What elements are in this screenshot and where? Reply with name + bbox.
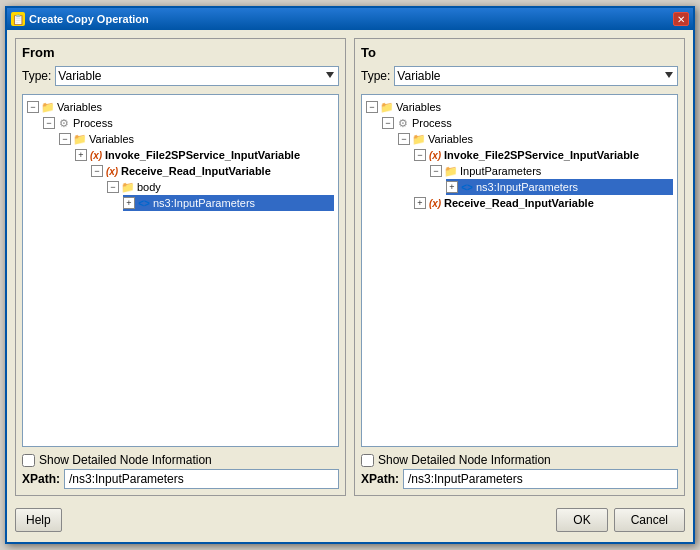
footer-row: Help OK Cancel: [15, 504, 685, 534]
to-type-label: Type:: [361, 69, 390, 83]
folder-icon: 📁: [412, 132, 426, 146]
panels-row: From Type: Variable − 📁 Variables: [15, 38, 685, 496]
tree-row[interactable]: − 📁 Variables: [59, 131, 334, 147]
toggle-body[interactable]: −: [107, 181, 119, 193]
from-show-detail-checkbox[interactable]: [22, 454, 35, 467]
tree-row[interactable]: − 📁 Variables: [366, 99, 673, 115]
to-type-row: Type: Variable: [361, 66, 678, 86]
toggle-variables3[interactable]: −: [398, 133, 410, 145]
folder-icon: 📁: [121, 180, 135, 194]
tree-label: Receive_Read_InputVariable: [121, 165, 271, 177]
tree-node: − 📁 Variables − ⚙ Process: [366, 99, 673, 211]
tree-row[interactable]: + (x) Receive_Read_InputVariable: [414, 195, 673, 211]
toggle-invoke2[interactable]: −: [414, 149, 426, 161]
from-show-detail-label: Show Detailed Node Information: [39, 453, 212, 467]
tree-row-selected[interactable]: + <> ns3:InputParameters: [123, 195, 334, 211]
to-show-detail-checkbox[interactable]: [361, 454, 374, 467]
titlebar: 📋 Create Copy Operation ✕: [7, 8, 693, 30]
to-xpath-input[interactable]: [403, 469, 678, 489]
to-checkbox-row: Show Detailed Node Information: [361, 453, 678, 467]
to-type-select[interactable]: Variable: [394, 66, 678, 86]
from-type-select[interactable]: Variable: [55, 66, 339, 86]
from-xpath-input[interactable]: [64, 469, 339, 489]
help-button[interactable]: Help: [15, 508, 62, 532]
tree-node: − ⚙ Process − 📁 Variables: [27, 115, 334, 211]
tree-row[interactable]: − 📁 body: [107, 179, 334, 195]
tree-node: + <> ns3:InputParameters: [430, 179, 673, 195]
gear-icon: ⚙: [57, 116, 71, 130]
tree-row-selected[interactable]: + <> ns3:InputParameters: [446, 179, 673, 195]
to-panel-title: To: [361, 45, 678, 60]
var-icon: (x): [428, 196, 442, 210]
ok-button[interactable]: OK: [556, 508, 607, 532]
tree-row[interactable]: − (x) Invoke_File2SPService_InputVariabl…: [414, 147, 673, 163]
tree-label: body: [137, 181, 161, 193]
to-bottom-section: Show Detailed Node Information XPath:: [361, 453, 678, 489]
toggle-invoke[interactable]: +: [75, 149, 87, 161]
toggle-variables2[interactable]: −: [59, 133, 71, 145]
close-button[interactable]: ✕: [673, 12, 689, 26]
ok-cancel-group: OK Cancel: [556, 508, 685, 532]
from-panel-title: From: [22, 45, 339, 60]
toggle-inputparams[interactable]: −: [430, 165, 442, 177]
tree-node: − ⚙ Process − 📁 Variables: [366, 115, 673, 211]
to-xpath-label: XPath:: [361, 472, 399, 486]
tree-label: Invoke_File2SPService_InputVariable: [444, 149, 639, 161]
tree-label: ns3:InputParameters: [476, 181, 578, 193]
from-xpath-row: XPath:: [22, 469, 339, 489]
folder-icon: 📁: [73, 132, 87, 146]
tree-label: InputParameters: [460, 165, 541, 177]
tree-label: Variables: [396, 101, 441, 113]
tree-label: Invoke_File2SPService_InputVariable: [105, 149, 300, 161]
tree-label: Receive_Read_InputVariable: [444, 197, 594, 209]
folder-icon: 📁: [444, 164, 458, 178]
tree-row[interactable]: + (x) Invoke_File2SPService_InputVariabl…: [75, 147, 334, 163]
gear-icon: ⚙: [396, 116, 410, 130]
toggle-vars2[interactable]: −: [366, 101, 378, 113]
tree-label: Process: [412, 117, 452, 129]
toggle-process[interactable]: −: [43, 117, 55, 129]
toggle-vars[interactable]: −: [27, 101, 39, 113]
tree-node: − 📁 InputParameters + <>: [414, 163, 673, 195]
var-icon: (x): [428, 148, 442, 162]
folder-icon: 📁: [380, 100, 394, 114]
from-panel: From Type: Variable − 📁 Variables: [15, 38, 346, 496]
from-checkbox-row: Show Detailed Node Information: [22, 453, 339, 467]
from-xpath-label: XPath:: [22, 472, 60, 486]
titlebar-icon: 📋: [11, 12, 25, 26]
create-copy-dialog: 📋 Create Copy Operation ✕ From Type: Var…: [5, 6, 695, 544]
to-panel: To Type: Variable − 📁 Variables: [354, 38, 685, 496]
tree-node: + <> ns3:InputParameters: [107, 195, 334, 211]
toggle-process2[interactable]: −: [382, 117, 394, 129]
tree-label: ns3:InputParameters: [153, 197, 255, 209]
tree-row[interactable]: − ⚙ Process: [43, 115, 334, 131]
tree-node: − (x) Receive_Read_InputVariable − 📁: [75, 163, 334, 211]
tree-label: Variables: [57, 101, 102, 113]
tree-row[interactable]: − ⚙ Process: [382, 115, 673, 131]
element-icon: <>: [460, 180, 474, 194]
to-tree-container[interactable]: − 📁 Variables − ⚙ Process: [361, 94, 678, 447]
from-bottom-section: Show Detailed Node Information XPath:: [22, 453, 339, 489]
tree-row[interactable]: − 📁 InputParameters: [430, 163, 673, 179]
toggle-ns3[interactable]: +: [123, 197, 135, 209]
cancel-button[interactable]: Cancel: [614, 508, 685, 532]
from-type-label: Type:: [22, 69, 51, 83]
tree-row[interactable]: − 📁 Variables: [398, 131, 673, 147]
toggle-ns3-2[interactable]: +: [446, 181, 458, 193]
titlebar-title: Create Copy Operation: [29, 13, 669, 25]
tree-node: − 📁 Variables − (x) Invoke_File2SPServic…: [382, 131, 673, 211]
var-icon: (x): [89, 148, 103, 162]
folder-icon: 📁: [41, 100, 55, 114]
toggle-receive[interactable]: −: [91, 165, 103, 177]
element-icon: <>: [137, 196, 151, 210]
tree-label: Process: [73, 117, 113, 129]
from-tree-container[interactable]: − 📁 Variables − ⚙ Process: [22, 94, 339, 447]
tree-node: − 📁 Variables + (x) Invoke_File2SPServic…: [43, 131, 334, 211]
toggle-receive2[interactable]: +: [414, 197, 426, 209]
to-show-detail-label: Show Detailed Node Information: [378, 453, 551, 467]
tree-label: Variables: [428, 133, 473, 145]
dialog-body: From Type: Variable − 📁 Variables: [7, 30, 693, 542]
tree-node: + (x) Invoke_File2SPService_InputVariabl…: [59, 147, 334, 211]
tree-row[interactable]: − 📁 Variables: [27, 99, 334, 115]
tree-row[interactable]: − (x) Receive_Read_InputVariable: [91, 163, 334, 179]
